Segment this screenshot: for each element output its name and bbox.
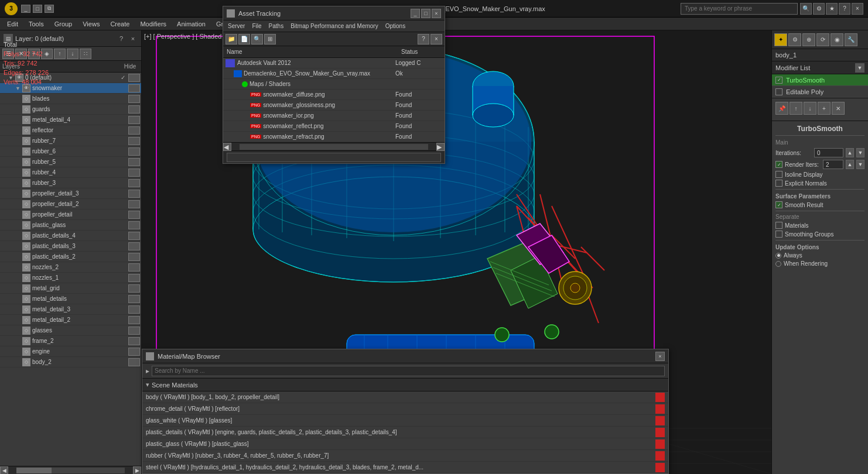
rp-icon-create[interactable]: ✦ xyxy=(774,33,787,46)
modifier-turbosmooth[interactable]: ✓ TurboSmooth xyxy=(772,74,868,86)
at-scroll-left[interactable]: ◀ xyxy=(223,143,231,151)
layer-vis-icon[interactable]: ◇ xyxy=(22,284,30,293)
layer-vis-icon[interactable]: ◇ xyxy=(22,137,30,145)
ts-render-iters-down[interactable]: ▼ xyxy=(856,160,864,169)
mb-list-item[interactable]: rubber ( VRayMtl ) [rubber_3, rubber_4, … xyxy=(142,450,668,462)
layer-vis-icon[interactable]: ◇ xyxy=(22,327,30,335)
list-item[interactable]: ◇ rubber_3 xyxy=(0,178,141,188)
at-tool-2[interactable]: 📄 xyxy=(238,34,250,44)
layer-scroll-thumb[interactable] xyxy=(16,468,52,473)
menu-modifiers[interactable]: Modifiers xyxy=(135,19,171,29)
at-menu-options[interactable]: Options xyxy=(383,22,408,30)
list-item[interactable]: ◇ metal_detail_3 xyxy=(0,304,141,315)
layer-vis-icon[interactable]: ◇ xyxy=(22,274,30,282)
at-list-item[interactable]: PNG snowmaker_glossiness.png Found xyxy=(223,100,445,111)
layer-scrollbar[interactable]: ◀ ▶ xyxy=(0,466,141,474)
list-item[interactable]: ◇ body_2 xyxy=(0,357,141,367)
mb-scene-materials-header[interactable]: ▾ Scene Materials xyxy=(142,379,668,391)
list-item[interactable]: ◇ nozzles_2 xyxy=(0,262,141,273)
list-item[interactable]: ◇ engine xyxy=(0,346,141,357)
close-title-btn[interactable]: × xyxy=(852,3,863,15)
layer-vis-icon[interactable]: ◇ xyxy=(22,253,30,261)
layer-vis-icon[interactable]: ◇ xyxy=(22,263,30,272)
mb-list-item[interactable]: steel ( VRayMtl ) [hydraulics_detail_1, … xyxy=(142,462,668,473)
ts-smooth-result-checkbox[interactable]: ✓ xyxy=(775,201,782,208)
layer-tool-down[interactable]: ↓ xyxy=(67,49,78,59)
at-scrollbar[interactable]: ◀ ▶ xyxy=(223,142,445,150)
layer-close-btn[interactable]: × xyxy=(128,34,138,43)
rp-ctrl-move-up[interactable]: ↑ xyxy=(790,102,802,115)
ts-iterations-down[interactable]: ▼ xyxy=(856,148,864,157)
ts-isoline-checkbox[interactable] xyxy=(775,171,782,178)
at-path-input[interactable] xyxy=(227,153,441,162)
layer-vis-icon[interactable]: ◇ xyxy=(22,211,30,219)
layer-tool-all[interactable]: ∷ xyxy=(80,49,91,59)
menu-edit[interactable]: Edit xyxy=(2,19,23,29)
list-item[interactable]: ◇ plastic_glass xyxy=(0,220,141,231)
ts-smoothing-groups-checkbox[interactable] xyxy=(775,231,782,238)
at-list-item[interactable]: Demaclenko_EVO_Snow_Maker_Gun_vray.max O… xyxy=(223,68,445,79)
layer-vis-icon[interactable]: ◇ xyxy=(22,105,30,114)
at-list-item[interactable]: Maps / Shaders xyxy=(223,79,445,90)
list-item[interactable]: ◇ rubber_6 xyxy=(0,146,141,157)
menu-create[interactable]: Create xyxy=(105,19,134,29)
bookmark-btn[interactable]: ★ xyxy=(826,3,838,15)
list-item[interactable]: ◇ metal_detail_4 xyxy=(0,115,141,125)
layer-vis-icon[interactable]: ◇ xyxy=(22,158,30,166)
modifier-editable-poly[interactable]: Editable Poly xyxy=(772,86,868,98)
layer-vis-icon[interactable]: ◇ xyxy=(22,179,30,187)
at-tool-3[interactable]: 🔍 xyxy=(251,34,263,44)
at-close-btn[interactable]: × xyxy=(432,9,441,18)
at-scroll-right[interactable]: ▶ xyxy=(436,143,445,151)
at-list-item[interactable]: PNG snowmaker_reflect.png Found xyxy=(223,121,445,132)
maximize-btn[interactable]: □ xyxy=(33,5,42,13)
list-item[interactable]: ◇ rubber_7 xyxy=(0,136,141,146)
layer-vis-icon[interactable]: ◇ xyxy=(22,337,30,345)
list-item[interactable]: ◇ metal_grid xyxy=(0,283,141,294)
list-item[interactable]: ◇ rubber_5 xyxy=(0,157,141,167)
at-list-item[interactable]: PNG snowmaker_refract.png Found xyxy=(223,132,445,142)
layer-vis-icon[interactable]: ◇ xyxy=(22,305,30,314)
help-btn[interactable]: ? xyxy=(839,3,850,15)
rp-icon-display[interactable]: ◉ xyxy=(831,33,843,46)
at-maximize-btn[interactable]: □ xyxy=(421,9,430,18)
list-item[interactable]: ◇ propeller_detail_3 xyxy=(0,188,141,199)
mb-list-item[interactable]: body ( VRayMtl ) [body_1, body_2, propel… xyxy=(142,391,668,403)
rp-icon-hierarchy[interactable]: ⊕ xyxy=(802,33,815,46)
layer-vis-icon[interactable]: ◇ xyxy=(22,221,30,229)
layer-vis-icon[interactable]: ◇ xyxy=(22,169,30,177)
list-item[interactable]: ◇ rubber_4 xyxy=(0,167,141,178)
layer-help-btn[interactable]: ? xyxy=(117,34,126,43)
rp-ctrl-move-down[interactable]: ↓ xyxy=(804,102,816,115)
mb-search-input[interactable] xyxy=(152,366,665,376)
rp-icon-motion[interactable]: ⟳ xyxy=(816,33,829,46)
mb-close-btn[interactable]: × xyxy=(655,352,665,361)
ts-render-iters-up[interactable]: ▲ xyxy=(846,160,854,169)
ts-always-radio[interactable] xyxy=(775,253,781,259)
list-item[interactable]: ◇ metal_details xyxy=(0,294,141,304)
search-options-btn[interactable]: ⚙ xyxy=(813,3,825,15)
rp-ctrl-add[interactable]: + xyxy=(818,102,831,115)
list-item[interactable]: ◇ propeller_detail xyxy=(0,209,141,220)
rp-icon-utilities[interactable]: 🔧 xyxy=(845,33,857,46)
at-menu-paths[interactable]: Paths xyxy=(266,22,286,30)
mb-list-item[interactable]: plastic_glass ( VRayMtl ) [plastic_glass… xyxy=(142,438,668,450)
modifier-checkbox[interactable]: ✓ xyxy=(775,77,782,84)
menu-animation[interactable]: Animation xyxy=(172,19,210,29)
ts-render-iters-checkbox[interactable]: ✓ xyxy=(775,161,782,168)
layer-vis-icon[interactable]: ◇ xyxy=(22,232,30,240)
rp-icon-modify[interactable]: ⚙ xyxy=(788,33,801,46)
at-tool-4[interactable]: ⊞ xyxy=(264,34,276,44)
scroll-right-btn[interactable]: ▶ xyxy=(133,466,141,475)
ts-materials-checkbox[interactable] xyxy=(775,222,782,229)
list-item[interactable]: ◇ metal_detail_2 xyxy=(0,315,141,325)
layer-vis-icon[interactable]: ◇ xyxy=(22,116,30,124)
layer-vis-icon[interactable]: ◇ xyxy=(22,242,30,250)
rp-ctrl-delete[interactable]: ✕ xyxy=(832,102,845,115)
at-list-item[interactable]: Autodesk Vault 2012 Logged C xyxy=(223,58,445,68)
mb-list-item[interactable]: chrome_detail ( VRayMtl ) [reflector] xyxy=(142,403,668,415)
modifier-checkbox[interactable] xyxy=(775,88,782,95)
layer-vis-icon[interactable]: ◇ xyxy=(22,147,30,156)
list-item[interactable]: ◇ plastic_details_4 xyxy=(0,231,141,241)
layer-vis-icon[interactable]: ◇ xyxy=(22,190,30,198)
